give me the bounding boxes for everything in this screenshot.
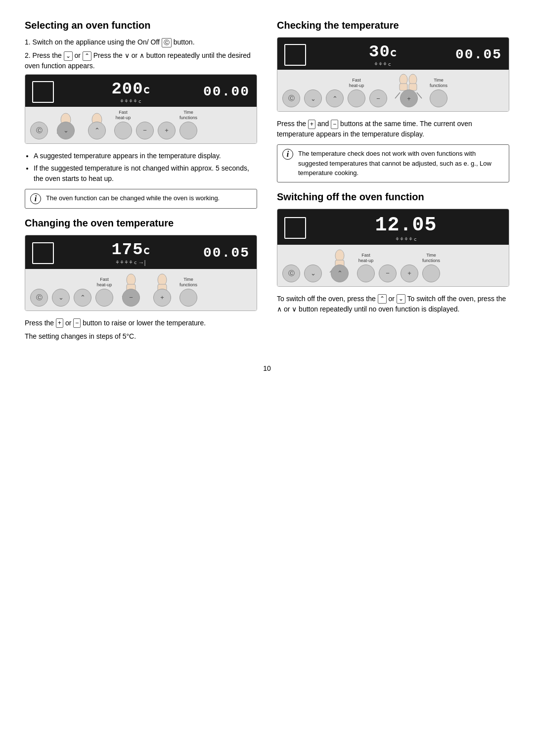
btn-down-4[interactable]: ⌄ — [304, 265, 322, 282]
label-fastheat-2: Fastheat-up — [97, 277, 112, 288]
btn-minus-2[interactable]: − — [122, 289, 140, 307]
section-changing-title: Changing the oven temperature — [25, 218, 257, 229]
btn-group-time-4: Timefunctions — [422, 253, 440, 282]
btn-fastheat-1[interactable] — [114, 122, 132, 139]
btn-group-down-1: ⌄ — [52, 111, 79, 139]
btn-fastheat-2[interactable] — [95, 289, 113, 307]
arrow-icon: →| — [138, 259, 145, 266]
btn-minus-4[interactable]: − — [379, 265, 397, 282]
switching-para: To switch off the oven, press the ⌃ or ⌄… — [277, 294, 509, 314]
label-time-1: Timefunctions — [179, 110, 197, 121]
btn-group-minus-4: − — [379, 265, 397, 282]
label-fastheat-3: Fastheat-up — [349, 78, 364, 89]
changing-para1: Press the + or − button to raise or lowe… — [25, 318, 257, 328]
right-column: Checking the temperature 30ᴄ ⚘⚘⚘ ᴄ 00.05 — [277, 20, 509, 345]
temp-display-4: 12.05 — [375, 214, 437, 236]
btn-down-2[interactable]: ⌄ — [52, 289, 70, 307]
btn-minus-1[interactable]: − — [136, 122, 154, 139]
info-icon-1: i — [30, 193, 41, 204]
celsius-1: ᴄ — [138, 98, 141, 104]
btn-group-power-4: Ⓒ — [282, 265, 300, 282]
panel-selecting: 200ᴄ ⚘⚘⚘⚘ ᴄ 00.00 Ⓒ — [25, 74, 257, 144]
plus-inline: + — [56, 318, 63, 328]
btn-group-up-4: ⌃ — [326, 248, 353, 282]
down-inline: ⌄ — [397, 294, 405, 304]
flame-icons-3: ⚘⚘⚘ — [374, 61, 387, 67]
btn-group-plus-1: + — [158, 122, 176, 139]
btn-group-fastheat-1: Fastheat-up — [114, 110, 132, 139]
btn-power-2[interactable]: Ⓒ — [30, 289, 48, 307]
label-time-4: Timefunctions — [422, 253, 440, 264]
temp-display-3: 30ᴄ — [369, 43, 397, 61]
btn-up-4[interactable]: ⌃ — [331, 265, 349, 282]
info-icon-2: i — [282, 149, 293, 160]
btn-time-1[interactable] — [179, 122, 197, 139]
buttons-selecting: Ⓒ ⌄ — [25, 107, 257, 143]
temp-display-1: 200ᴄ — [111, 80, 149, 98]
display-changing: 175ᴄ ⚘⚘⚘⚘ ᴄ →| 00.05 — [25, 235, 257, 269]
plus-inline-2: + — [308, 120, 315, 129]
btn-group-minus-3: − — [369, 89, 387, 107]
time-display-1: 00.00 — [203, 84, 250, 99]
btn-group-time-3: Timefunctions — [430, 78, 447, 107]
display-square-1 — [32, 81, 54, 103]
btn-plus-3[interactable]: + — [400, 89, 418, 107]
label-fastheat-1: Fastheat-up — [116, 110, 131, 121]
bullet-2: If the suggested temperature is not chan… — [34, 163, 257, 184]
btn-power-4[interactable]: Ⓒ — [282, 265, 300, 282]
celsius-2: ᴄ — [134, 260, 137, 265]
power-btn-inline: Ⓒ — [162, 38, 172, 47]
down-btn-inline: ⌄ — [64, 51, 73, 61]
btn-group-time-2: Timefunctions — [179, 277, 197, 307]
svg-point-6 — [127, 274, 135, 286]
display-selecting: 200ᴄ ⚘⚘⚘⚘ ᴄ 00.00 — [25, 75, 257, 107]
display-switching: 12.05 ⚘⚘⚘⚘ ᴄ — [277, 209, 509, 245]
btn-group-power-3: Ⓒ — [282, 89, 300, 107]
btn-plus-4[interactable]: + — [400, 265, 418, 282]
btn-group-fastheat-4: Fastheat-up — [357, 253, 375, 282]
label-time-3: Timefunctions — [430, 78, 447, 89]
bullets-selecting: A suggested temperature appears in the t… — [34, 151, 257, 184]
display-square-3 — [284, 44, 306, 66]
btn-group-power-1: Ⓒ — [30, 122, 48, 139]
svg-point-9 — [158, 274, 167, 286]
btn-time-2[interactable] — [179, 289, 197, 307]
btn-time-3[interactable] — [430, 89, 447, 107]
btn-power-3[interactable]: Ⓒ — [282, 89, 300, 107]
minus-inline: − — [73, 318, 81, 328]
btn-minus-3[interactable]: − — [369, 89, 387, 107]
btn-plus-1[interactable]: + — [158, 122, 176, 139]
btn-plus-2[interactable]: + — [153, 289, 171, 307]
btn-power-1[interactable]: Ⓒ — [30, 122, 48, 139]
btn-group-time-1: Timefunctions — [179, 110, 197, 139]
label-fastheat-4: Fastheat-up — [358, 253, 374, 264]
btn-up-3[interactable]: ⌃ — [326, 89, 344, 107]
info-box-checking: i The temperature check does not work wi… — [277, 144, 509, 182]
display-checking: 30ᴄ ⚘⚘⚘ ᴄ 00.05 — [277, 38, 509, 70]
section-selecting-title: Selecting an oven function — [25, 20, 257, 31]
switching-para-text: To switch off the oven, press the ∧ or ∨… — [277, 295, 506, 313]
btn-group-up-2: ⌃ — [74, 289, 91, 307]
display-square-2 — [32, 242, 54, 264]
btn-up-2[interactable]: ⌃ — [74, 289, 91, 307]
buttons-checking: Ⓒ ⌄ ⌃ Fastheat-up − — [277, 70, 509, 111]
btn-down-3[interactable]: ⌄ — [304, 89, 322, 107]
checking-para: Press the + and − buttons at the same ti… — [277, 119, 509, 139]
btn-group-down-4: ⌄ — [304, 265, 322, 282]
panel-checking: 30ᴄ ⚘⚘⚘ ᴄ 00.05 Ⓒ ⌄ ⌃ — [277, 37, 509, 112]
display-square-4 — [284, 217, 306, 239]
btn-group-up-3: ⌃ — [326, 89, 344, 107]
btn-down-1[interactable]: ⌄ — [57, 122, 75, 139]
celsius-3: ᴄ — [388, 61, 391, 67]
step-2: 2. Press the ⌄ or ⌃ Press the ∨ or ∧ but… — [25, 50, 257, 71]
btn-up-1[interactable]: ⌃ — [88, 122, 106, 139]
btn-group-plus-3: + — [391, 73, 426, 107]
btn-fastheat-4[interactable] — [357, 265, 375, 282]
btn-group-up-1: ⌃ — [83, 111, 110, 139]
time-display-3: 00.05 — [455, 47, 502, 62]
flame-icons-1: ⚘⚘⚘⚘ — [120, 98, 137, 104]
btn-group-minus-2: − — [117, 272, 144, 307]
btn-group-fastheat-2: Fastheat-up — [95, 277, 113, 307]
btn-time-4[interactable] — [422, 265, 440, 282]
btn-fastheat-3[interactable] — [348, 89, 365, 107]
